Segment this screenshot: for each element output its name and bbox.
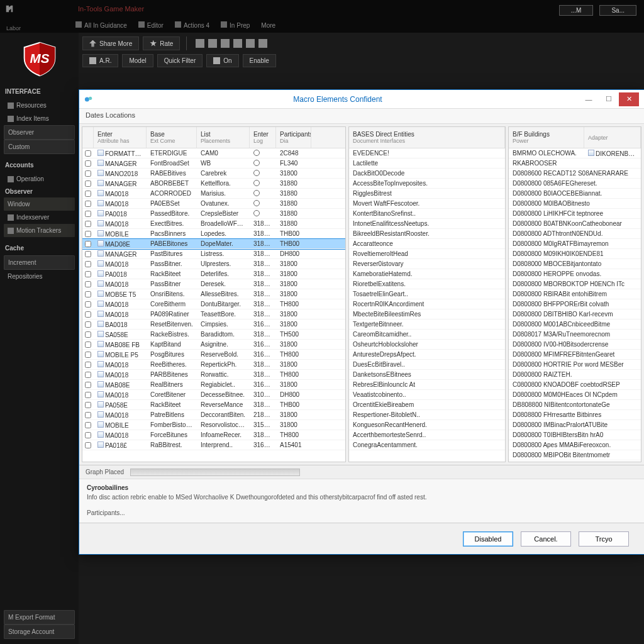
- right-header-1[interactable]: Adapter: [584, 127, 641, 148]
- left-row[interactable]: MANAGERFontBroadSetWBFL340: [82, 158, 345, 169]
- row-checkbox[interactable]: [85, 331, 91, 338]
- row-checkbox[interactable]: [85, 352, 91, 358]
- mid-header-0[interactable]: BASES Direct EntitiesDocument Interfaces: [349, 127, 505, 148]
- toolbar-share[interactable]: Share More: [82, 36, 139, 50]
- left-row[interactable]: MAB08E FBKaptBitandAsignitne.316B0L31800: [82, 340, 345, 350]
- mid-row[interactable]: OsheurtcHoblocksloher: [349, 340, 505, 350]
- mid-row[interactable]: RocertnR0IKAncordiment: [349, 299, 505, 309]
- right-row[interactable]: D0800800 ADThtrontN0ENDUd.: [509, 229, 641, 239]
- row-checkbox[interactable]: [85, 321, 91, 328]
- right-row[interactable]: D0808800 FHrresartte Bitbinres: [509, 410, 641, 420]
- row-checkbox[interactable]: [85, 191, 91, 197]
- row-checkbox[interactable]: [85, 362, 91, 368]
- row-checkbox[interactable]: [85, 261, 91, 267]
- row-checkbox[interactable]: [85, 372, 91, 378]
- left-row[interactable]: MA0018ACORRODEDMarisius.31880: [82, 189, 345, 199]
- sidebar-item-sbf-1[interactable]: Storage Account: [4, 625, 75, 639]
- right-row[interactable]: D0800800 M001ABCnbiceedBitme: [509, 319, 641, 330]
- mid-row[interactable]: DackBitO0Decode: [349, 169, 505, 179]
- mid-row[interactable]: RebresElBinlouncIc At: [349, 380, 505, 390]
- right-row[interactable]: D0800800 085A6FEGhereset.: [509, 179, 641, 189]
- right-row[interactable]: D0800800 T0IBHIBtersBitn hrA0: [509, 430, 641, 440]
- mid-row[interactable]: AccessBiteTopInveposites.: [349, 179, 505, 189]
- mid-row[interactable]: DuesEcBitBiravel..: [349, 360, 505, 370]
- sidebar-item-sbf-0[interactable]: M Export Format: [4, 610, 75, 625]
- row-checkbox[interactable]: [85, 301, 91, 308]
- grid-icon-1[interactable]: [208, 39, 217, 48]
- row-checkbox[interactable]: [85, 402, 91, 408]
- dialog-titlebar[interactable]: Macro Elements Confident — ☐ ✕: [79, 90, 644, 109]
- right-row[interactable]: D0808000 MBOCEBitjantontato: [509, 259, 641, 269]
- toolbar2-0[interactable]: A.R.: [82, 54, 118, 67]
- sidebar-item-sb3-0[interactable]: Increment: [4, 255, 75, 270]
- sidebar-item-sb1-1[interactable]: Index Items: [4, 112, 75, 125]
- left-row[interactable]: MA0018CoreBithermDontuBitarger.31801LTH8…: [82, 299, 345, 309]
- cancel-button[interactable]: Cancel.: [521, 531, 571, 547]
- right-row[interactable]: DB808800 NIBitentcontortonateGe: [509, 400, 641, 410]
- sidebar-item-sb2-4[interactable]: Motion Trackers: [4, 224, 75, 237]
- right-row[interactable]: D0800800 Apes MMABiFereoxcon.: [509, 440, 641, 450]
- mid-row[interactable]: RigglesBitrest: [349, 189, 505, 199]
- grid-icon-3[interactable]: [233, 39, 242, 48]
- sidebar-item-sb1-3[interactable]: Custom: [4, 140, 75, 154]
- right-row[interactable]: RKABROOSER: [509, 158, 641, 169]
- row-checkbox[interactable]: [85, 412, 91, 418]
- sidebar-item-sb2-2[interactable]: Window: [4, 197, 75, 211]
- mid-row[interactable]: KonguesonRecantHenerd.: [349, 420, 505, 430]
- mid-row[interactable]: TextgerteBitnneer.: [349, 319, 505, 330]
- mid-row[interactable]: Movert WaftFFescotoer.: [349, 199, 505, 209]
- toolbar2-3[interactable]: On: [206, 54, 238, 67]
- left-rows[interactable]: FORMATTERETERDIGUECAM02C848MANAGERFontBr…: [82, 148, 345, 462]
- row-checkbox[interactable]: [85, 271, 91, 277]
- row-checkbox[interactable]: [85, 160, 91, 167]
- row-checkbox[interactable]: [85, 281, 91, 287]
- menu-4[interactable]: More: [261, 22, 275, 29]
- mid-row[interactable]: RoveltiemeroltHead: [349, 249, 505, 259]
- mid-row[interactable]: Accaratteonce: [349, 239, 505, 249]
- mid-row[interactable]: Reverser0istovary: [349, 259, 505, 269]
- left-header-0[interactable]: EnterAttribute has: [94, 127, 147, 148]
- grid-icon-0[interactable]: [196, 39, 204, 48]
- left-row[interactable]: PA0018RackBiteetDeterlifes.31801L31800: [82, 269, 345, 279]
- top-btn-1[interactable]: Sa...: [599, 5, 636, 16]
- sidebar-item-sb2-0[interactable]: Operation: [4, 172, 75, 186]
- mid-row[interactable]: KontertBitanoSrefinst..: [349, 209, 505, 219]
- right-row[interactable]: D0800800 DBITBHIBO Karl-recevm: [509, 309, 641, 319]
- right-rows[interactable]: BMRMO OLECHOWA.DIKORENBERRKABROOSERD0808…: [509, 148, 641, 462]
- mid-row[interactable]: KameboratieHatemd.: [349, 269, 505, 279]
- right-row[interactable]: D0800800 HEROPPE onvodas.: [509, 269, 641, 279]
- mid-row[interactable]: EVEDENCE!: [349, 148, 505, 158]
- left-row[interactable]: PA018£RaBBitrest.Interprend..31660LA1540…: [82, 440, 345, 450]
- row-checkbox[interactable]: [85, 382, 91, 388]
- retry-button[interactable]: Trcyo: [579, 531, 629, 547]
- right-row[interactable]: D0800800 BHFPPORErBit colvath: [509, 299, 641, 309]
- mid-row[interactable]: OrcentitEkieBireabem: [349, 400, 505, 410]
- right-row[interactable]: D0800800 M09IKH0IK0ENDE81: [509, 249, 641, 259]
- mid-row[interactable]: AnturesteDrepsAfpect.: [349, 350, 505, 360]
- toolbar2-4[interactable]: Enable: [243, 54, 276, 67]
- mid-row[interactable]: MbecteBiteBileestimRes: [349, 309, 505, 319]
- mid-row[interactable]: RioretbelExatitens.: [349, 279, 505, 289]
- left-header-4[interactable]: ParticipantsDia: [276, 127, 311, 148]
- grid-icon-5[interactable]: [258, 39, 267, 48]
- mid-row[interactable]: Veaatistcobinento..: [349, 390, 505, 400]
- maximize-button[interactable]: ☐: [599, 92, 619, 106]
- left-row[interactable]: BA0018ResetBitenven.Cimpsies.31600L31800: [82, 319, 345, 330]
- left-row[interactable]: MANAGERPastBituresListress.318A0LDH800: [82, 249, 345, 259]
- left-row[interactable]: MANAGERABORBEBETKettelflora.31880: [82, 179, 345, 189]
- row-checkbox[interactable]: [85, 341, 91, 348]
- left-row[interactable]: MA0018ExectBitres.BroadelloWF0 Bistrit31…: [82, 219, 345, 229]
- primary-button[interactable]: Disabled: [463, 531, 513, 547]
- right-row[interactable]: D0800800 IV00-H0Bitsodercrense: [509, 340, 641, 350]
- left-row[interactable]: PA058ERackBiteetReverseMance318A0LTHB00: [82, 400, 345, 410]
- menu-2[interactable]: Actions 4: [175, 21, 209, 29]
- toolbar-rate[interactable]: Rate: [143, 36, 180, 50]
- left-row[interactable]: MANO2018RABEBitivesCarebrek31800: [82, 169, 345, 179]
- row-checkbox[interactable]: [85, 150, 91, 157]
- menu-3[interactable]: In Prep: [221, 21, 250, 29]
- left-row[interactable]: MOBILEPacsBinnersLopedes.31801LTHB00: [82, 229, 345, 239]
- mid-rows[interactable]: EVEDENCE!LactiletteDackBitO0DecodeAccess…: [349, 148, 505, 462]
- row-checkbox[interactable]: [85, 221, 91, 227]
- left-row[interactable]: PA0018PassedBitore.CrepsleBister31880: [82, 209, 345, 219]
- row-checkbox[interactable]: [85, 231, 91, 237]
